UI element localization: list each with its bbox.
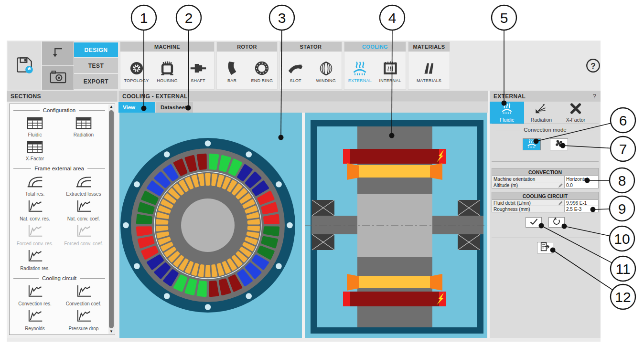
section-item-reynolds[interactable]: Reynolds (11, 307, 59, 332)
materials-icon (421, 59, 437, 78)
forced-convection-fan-button[interactable] (550, 138, 568, 150)
tool-item-topology[interactable]: TOPOLOGY (122, 59, 151, 83)
main-view-title: COOLING - EXTERNAL (118, 91, 488, 102)
camera-icon (49, 70, 67, 86)
row-value[interactable]: Horizontal (565, 176, 599, 182)
toolbar-group-body: EXTERNALINTERNAL (344, 52, 406, 89)
fan-icon (553, 138, 565, 150)
check-icon (529, 217, 539, 229)
tool-item-slot[interactable]: SLOT (281, 59, 311, 83)
section-item-fluidic[interactable]: Fluidic (11, 115, 59, 138)
external-tab-label: Fluidic (500, 117, 514, 123)
callout-number-7: 7 (619, 141, 627, 157)
table-convection: CONVECTIONMachine orientationHorizontalA… (492, 168, 599, 188)
sections-scrollbar[interactable]: ▲ ▼ (108, 105, 114, 334)
convection-mode-label: Convection mode (496, 127, 594, 133)
section-item-nat-conv-res[interactable]: Nat. conv. res. (11, 198, 59, 222)
external-panel: EXTERNAL ? FluidicRadiationX-Factor Conv… (490, 91, 601, 339)
section-item-total-res[interactable]: Total res. (11, 173, 59, 198)
tool-item-end-ring[interactable]: END RING (247, 59, 277, 83)
row-value[interactable]: 0.0 (565, 182, 599, 188)
scrollbar-thumb[interactable] (109, 110, 114, 328)
tool-item-housing[interactable]: HOUSING (152, 59, 182, 83)
section-item-convection-coef[interactable]: Convection coef. (59, 282, 108, 307)
tool-item-label: WINDING (316, 78, 336, 83)
screenshot-button[interactable] (42, 66, 74, 90)
row-label: Machine orientation (492, 176, 565, 182)
natural-convection-button[interactable] (523, 138, 541, 150)
table-cooling-circuit: COOLING CIRCUITFluid debit (L/mn)9.996 E… (492, 192, 599, 212)
section-group-items: FluidicRadiationX-Factor (11, 115, 108, 162)
section-item-radiation-res[interactable]: Radiation res. (11, 247, 59, 272)
reset-button[interactable] (548, 217, 565, 228)
table-title: CONVECTION (492, 168, 599, 176)
tool-item-external[interactable]: EXTERNAL (345, 59, 375, 83)
callout-circle-3 (269, 5, 294, 30)
divider (492, 124, 599, 124)
row-value[interactable]: 9.996 E-1 (565, 200, 599, 206)
section-item-forced-conv-res: Forced conv. res. (11, 222, 59, 247)
axial-cross-section-view[interactable] (305, 113, 487, 338)
section-item-label: Forced conv. res. (17, 241, 54, 246)
table-row-roughness-mm: Roughness (mm)2.5 E-3 (492, 206, 599, 212)
tab-view[interactable]: View (118, 102, 155, 113)
heatwaves-icon (526, 138, 537, 150)
divider (492, 238, 599, 238)
section-item-label: X-Factor (26, 156, 44, 161)
external-tab-fluidic[interactable]: Fluidic (490, 102, 524, 124)
mode-button-test[interactable]: TEST (74, 58, 118, 73)
radial-cross-section-view[interactable] (119, 113, 302, 338)
tab-label: Datasheet (161, 105, 187, 110)
tool-item-label: MATERIALS (417, 78, 441, 83)
scroll-up-icon[interactable]: ▲ (108, 105, 114, 109)
edit-value-icon[interactable] (558, 183, 563, 189)
section-item-nat-conv-coef[interactable]: Nat. conv. coef. (59, 198, 108, 222)
save-button[interactable]: * (8, 42, 41, 90)
section-item-label: Radiation res. (20, 266, 50, 271)
tool-item-label: END RING (251, 78, 273, 83)
tool-item-internal[interactable]: INTERNAL (376, 59, 405, 83)
apply-button[interactable] (526, 217, 542, 228)
row-label: Roughness (mm) (492, 206, 565, 212)
bar-icon (225, 59, 239, 78)
chart-icon (75, 199, 92, 216)
undo-button[interactable] (42, 42, 74, 65)
section-item-label: Reynolds (25, 326, 45, 331)
section-item-convection-res[interactable]: Convection res. (11, 282, 59, 307)
tool-item-materials[interactable]: MATERIALS (414, 59, 444, 83)
main-view: COOLING - EXTERNAL ViewDatasheet (118, 91, 488, 338)
reset-icon (552, 217, 561, 228)
tool-item-label: EXTERNAL (348, 78, 372, 83)
callout-circle-8 (610, 168, 634, 193)
tool-item-shaft[interactable]: SHAFT (183, 59, 213, 83)
section-item-x-factor[interactable]: X-Factor (11, 138, 59, 162)
chart-icon (26, 309, 43, 325)
mode-button-design[interactable]: DESIGN (74, 42, 118, 57)
export-results-button[interactable] (537, 242, 553, 253)
callout-circle-2 (176, 5, 201, 30)
scroll-down-icon[interactable]: ▼ (108, 329, 114, 334)
external-tab-label: Radiation (531, 117, 552, 123)
svg-text:?: ? (590, 61, 596, 71)
toolbar-groups: MACHINETOPOLOGYHOUSINGSHAFTROTORBAREND R… (120, 42, 450, 90)
tool-item-bar[interactable]: BAR (217, 59, 247, 83)
external-help-link[interactable]: ? (593, 93, 596, 100)
external-tab-x-factor[interactable]: X-Factor (558, 102, 593, 124)
chart-icon (75, 309, 92, 325)
callout-circle-7 (611, 136, 635, 161)
tab-datasheet[interactable]: Datasheet (156, 102, 193, 113)
main-toolbar: * DESIGNTESTEXPORT MACHINETOPOLOGYHOUSIN… (7, 41, 601, 91)
convection-mode-buttons (490, 138, 601, 150)
section-item-radiation[interactable]: Radiation (59, 115, 108, 138)
mode-button-export[interactable]: EXPORT (74, 74, 118, 89)
toolbar-group-title: STATOR (280, 42, 342, 52)
section-item-pressure-drop[interactable]: Pressure drop (59, 307, 108, 332)
tool-item-winding[interactable]: WINDING (311, 59, 341, 83)
undo-icon (49, 45, 66, 62)
section-item-extracted-losses[interactable]: Extracted losses (59, 173, 108, 198)
callout-number-3: 3 (278, 10, 286, 26)
help-button[interactable]: ? (586, 58, 601, 75)
toolbar-group-cooling: COOLINGEXTERNALINTERNAL (344, 42, 406, 90)
external-tab-radiation[interactable]: Radiation (524, 102, 558, 124)
row-value[interactable]: 2.5 E-3 (565, 206, 599, 212)
